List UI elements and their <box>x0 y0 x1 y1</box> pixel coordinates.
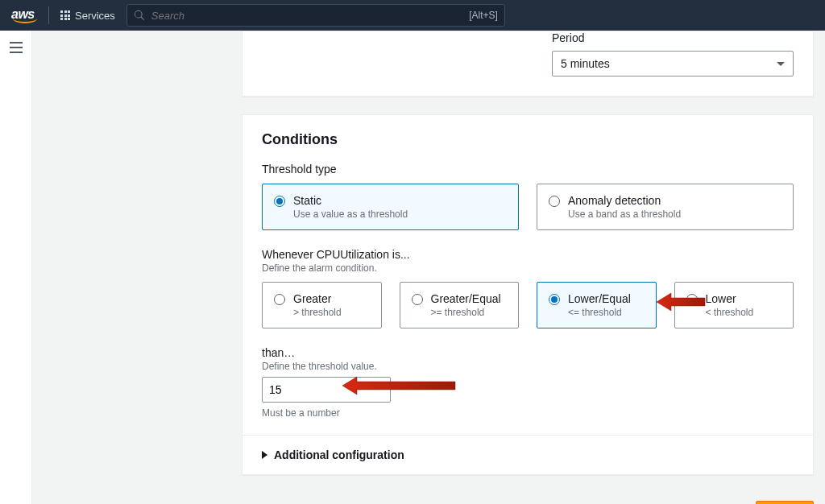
radio-icon <box>686 294 698 305</box>
threshold-type-label: Threshold type <box>262 163 794 176</box>
than-help: Define the threshold value. <box>262 361 794 372</box>
additional-configuration-label: Additional configuration <box>274 448 404 461</box>
conditions-heading: Conditions <box>262 131 794 148</box>
tile-title: Greater/Equal <box>431 292 501 305</box>
hamburger-icon <box>10 43 23 56</box>
wizard-footer: Cancel Next <box>242 493 814 504</box>
sidebar-toggle[interactable] <box>0 31 32 504</box>
radio-icon <box>549 294 560 305</box>
period-label: Period <box>552 31 794 44</box>
tile-title: Lower <box>706 292 754 305</box>
threshold-value-input[interactable] <box>262 377 391 403</box>
tile-sub: >= threshold <box>431 307 501 318</box>
period-select[interactable]: 5 minutes <box>552 51 794 76</box>
tile-title: Lower/Equal <box>568 292 631 305</box>
op-lower[interactable]: Lower < threshold <box>674 282 794 328</box>
tile-sub: > threshold <box>293 307 342 318</box>
whenever-help: Define the alarm condition. <box>262 262 794 274</box>
nav-divider <box>48 6 49 24</box>
radio-icon <box>274 294 285 305</box>
tile-title: Greater <box>293 292 342 305</box>
top-nav: aws Services [Alt+S] <box>0 0 825 31</box>
tile-sub: Use a value as a threshold <box>293 209 408 220</box>
whenever-label: Whenever CPUUtilization is... <box>262 248 794 261</box>
radio-icon <box>549 196 560 207</box>
radio-icon <box>412 294 423 305</box>
aws-logo[interactable]: aws <box>11 7 37 23</box>
radio-icon <box>274 196 285 207</box>
period-value: 5 minutes <box>561 57 610 70</box>
conditions-panel: Conditions Threshold type Static Use a v… <box>242 114 814 475</box>
search-icon <box>134 10 145 21</box>
than-hint: Must be a number <box>262 407 794 419</box>
grid-icon <box>60 10 70 20</box>
services-menu[interactable]: Services <box>60 10 115 22</box>
threshold-type-static[interactable]: Static Use a value as a threshold <box>262 184 519 230</box>
op-greater-equal[interactable]: Greater/Equal >= threshold <box>400 282 520 328</box>
op-lower-equal[interactable]: Lower/Equal <= threshold <box>537 282 657 328</box>
op-greater[interactable]: Greater > threshold <box>262 282 382 328</box>
tile-title: Static <box>293 194 408 207</box>
search-box[interactable]: [Alt+S] <box>126 4 505 27</box>
tile-sub: <= threshold <box>568 307 631 318</box>
additional-configuration-toggle[interactable]: Additional configuration <box>243 435 813 474</box>
services-label: Services <box>75 10 115 22</box>
cancel-button[interactable]: Cancel <box>678 501 748 504</box>
tile-title: Anomaly detection <box>568 194 681 207</box>
period-panel: Period 5 minutes <box>242 31 814 97</box>
next-button[interactable]: Next <box>756 501 814 504</box>
than-label: than… <box>262 346 794 359</box>
tile-sub: Use a band as a threshold <box>568 209 681 220</box>
caret-right-icon <box>262 451 267 459</box>
search-input[interactable] <box>151 10 462 22</box>
search-hint: [Alt+S] <box>469 10 498 21</box>
threshold-type-anomaly[interactable]: Anomaly detection Use a band as a thresh… <box>537 184 794 230</box>
caret-down-icon <box>777 62 785 66</box>
tile-sub: < threshold <box>706 307 754 318</box>
